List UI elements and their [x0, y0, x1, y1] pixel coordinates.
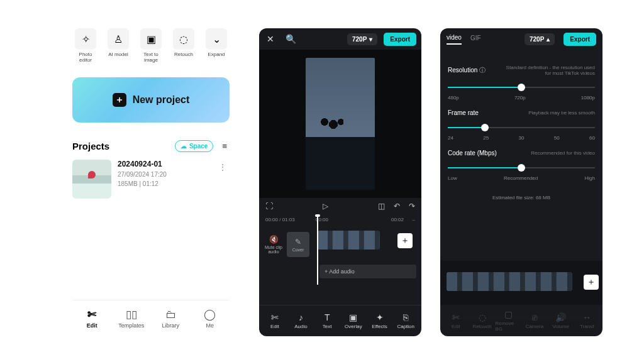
scissors-icon: ✄	[87, 308, 96, 321]
expand-tile[interactable]: ⌄	[206, 28, 227, 50]
resolution-slider[interactable]	[448, 84, 595, 91]
nav-overlay[interactable]: ▣Overlay	[340, 312, 367, 329]
nav-edit[interactable]: ✄Edit	[262, 312, 288, 329]
project-title: 20240924-01	[118, 160, 167, 168]
tab-video[interactable]: video	[447, 34, 462, 45]
space-button[interactable]: ☁ Space	[175, 140, 213, 152]
photo-editor-label: Photo editor	[72, 52, 99, 63]
sort-button[interactable]: ≡	[219, 140, 230, 152]
retouch-icon: ◌	[179, 33, 188, 45]
preview-frame	[306, 58, 375, 190]
mute-icon: 🔇	[269, 235, 279, 244]
home-tools-row: ✧Photo editor ♙AI model ▣Text to image ◌…	[72, 28, 230, 63]
video-clip[interactable]	[447, 272, 572, 291]
space-label: Space	[189, 143, 208, 150]
export-timeline: ＋	[440, 261, 602, 305]
slider-thumb[interactable]	[518, 84, 525, 91]
project-item[interactable]: 20240924-01 27/09/2024 17:20 185MB | 01:…	[72, 160, 230, 199]
ai-model-label: AI model	[108, 52, 128, 58]
time-indicator: 00:00 / 01:03	[265, 217, 316, 222]
resolution-title: Resolution ⓘ	[448, 66, 486, 75]
caption-icon: ⎘	[403, 312, 408, 322]
text-to-image-label: Text to image	[138, 52, 164, 63]
add-clip-button[interactable]: ＋	[584, 275, 599, 290]
chevron-down-icon: ▾	[369, 36, 372, 43]
coderate-title: Code rate (Mbps)	[448, 150, 497, 156]
editor-screen: ✕ 🔍 720P▾ Export ⛶ ▷ ◫ ↶ ↷ 00:00 / 01:03…	[259, 28, 421, 336]
home-bottom-nav: ✄Edit ▯▯Templates 🗀Library ◯Me	[72, 300, 230, 336]
text-icon: T	[325, 312, 330, 322]
overlay-icon: ▣	[349, 312, 357, 322]
ai-model-tile[interactable]: ♙	[108, 28, 129, 50]
export-bottom-nav: ✄Edit ◌Retouch ▢Remove BG ⎚Camera 🔊Volum…	[440, 305, 602, 336]
plus-icon: ＋	[113, 93, 126, 107]
mute-clip-audio-button[interactable]: 🔇Mute clip audio	[264, 235, 283, 254]
info-icon[interactable]: ⓘ	[479, 67, 486, 74]
resolution-button[interactable]: 720P▾	[347, 33, 377, 45]
add-audio-button[interactable]: + Add audio	[319, 265, 416, 278]
cover-button[interactable]: ✎Cover	[287, 232, 309, 257]
export-button[interactable]: Export	[564, 33, 596, 46]
project-more-button[interactable]: ⋮	[216, 160, 230, 175]
add-clip-button[interactable]: ＋	[397, 233, 413, 248]
coderate-hint: Recommended for this video	[531, 150, 595, 156]
scissors-icon: ✄	[271, 312, 279, 322]
fullscreen-button[interactable]: ⛶	[265, 202, 273, 211]
nav-audio[interactable]: ♪Audio	[288, 312, 314, 329]
redo-button[interactable]: ↷	[409, 202, 415, 211]
sparkle-icon: ✦	[376, 312, 384, 322]
play-button[interactable]: ▷	[323, 202, 328, 211]
text-to-image-tile[interactable]: ▣	[140, 28, 162, 50]
nav-effects[interactable]: ✦Effects	[367, 312, 393, 329]
expand-label: Expand	[208, 52, 225, 58]
chevron-down-icon: ⌄	[213, 33, 221, 45]
playhead[interactable]	[317, 217, 318, 285]
timeline[interactable]: 🔇Mute clip audio ✎Cover ＋	[259, 224, 421, 265]
folder-icon: 🗀	[165, 309, 176, 321]
nav-edit[interactable]: ✄Edit	[72, 300, 112, 336]
undo-button[interactable]: ↶	[394, 202, 400, 211]
project-date: 27/09/2024 17:20	[118, 171, 167, 178]
retouch-tile[interactable]: ◌	[173, 28, 194, 50]
profile-icon: ◯	[204, 308, 216, 321]
coderate-slider[interactable]	[448, 164, 595, 172]
new-project-button[interactable]: ＋ New project	[72, 77, 230, 123]
video-clip[interactable]	[317, 231, 380, 250]
cloud-icon: ☁	[180, 143, 187, 150]
nav-caption[interactable]: ⎘Caption	[392, 312, 419, 329]
export-button[interactable]: Export	[384, 33, 416, 46]
editor-bottom-nav: ✄Edit ♪Audio TText ▣Overlay ✦Effects ⎘Ca…	[259, 305, 421, 336]
keyframe-button[interactable]: ◫	[378, 202, 385, 211]
framerate-hint: Playback may be less smooth	[528, 110, 595, 116]
new-project-label: New project	[133, 94, 190, 106]
projects-heading: Projects	[72, 141, 109, 151]
time-mark: 00:02	[391, 217, 404, 222]
home-screen: ✧Photo editor ♙AI model ▣Text to image ◌…	[72, 28, 230, 336]
slider-thumb[interactable]	[518, 164, 525, 172]
nav-library[interactable]: 🗀Library	[151, 300, 191, 336]
text-to-image-icon: ▣	[147, 33, 156, 45]
timeline-collapse-button[interactable]: –	[404, 217, 415, 222]
templates-icon: ▯▯	[126, 308, 137, 321]
slider-thumb[interactable]	[481, 124, 489, 131]
photo-editor-tile[interactable]: ✧	[75, 28, 96, 50]
chevron-up-icon: ▴	[547, 36, 550, 43]
project-thumbnail	[72, 160, 111, 199]
nav-me[interactable]: ◯Me	[191, 300, 230, 336]
close-button[interactable]: ✕	[264, 31, 277, 47]
nav-templates[interactable]: ▯▯Templates	[112, 300, 152, 336]
photo-editor-icon: ✧	[82, 33, 90, 45]
resolution-hint: Standard definition - the resolution use…	[501, 65, 595, 76]
nav-text[interactable]: TText	[314, 312, 340, 329]
tab-gif[interactable]: GIF	[470, 35, 481, 44]
ai-model-icon: ♙	[114, 33, 123, 45]
framerate-slider[interactable]	[448, 124, 595, 131]
search-button[interactable]: 🔍	[283, 31, 299, 47]
pencil-icon: ✎	[295, 238, 301, 246]
project-meta: 185MB | 01:12	[118, 180, 167, 187]
retouch-label: Retouch	[174, 52, 193, 58]
resolution-button[interactable]: 720P▴	[525, 33, 555, 45]
framerate-title: Frame rate	[448, 109, 479, 116]
export-screen: video GIF 720P▴ Export Resolution ⓘ Stan…	[440, 28, 602, 336]
video-preview	[259, 50, 421, 198]
